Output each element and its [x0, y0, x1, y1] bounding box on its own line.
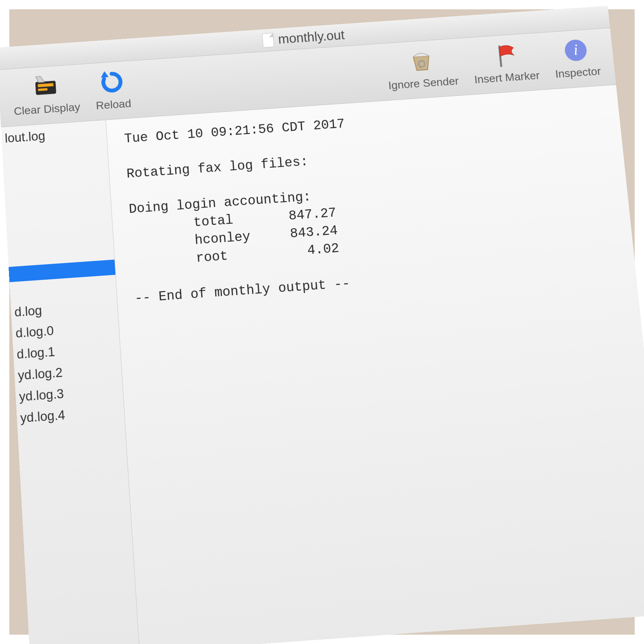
inspector-label: Inspector: [555, 65, 601, 81]
reload-label: Reload: [95, 97, 132, 112]
log-line: Rotating fax log files:: [126, 154, 309, 182]
ignore-sender-label: Ignore Sender: [388, 75, 459, 92]
acct-value: 4.02: [307, 241, 340, 258]
console-window: monthly.out Clear Display: [0, 6, 644, 644]
insert-marker-button[interactable]: Insert Marker: [471, 40, 540, 86]
svg-rect-0: [35, 81, 56, 95]
reload-button[interactable]: Reload: [94, 68, 132, 112]
inspector-button[interactable]: i Inspector: [552, 36, 602, 80]
ignore-sender-button[interactable]: Ignore Sender: [385, 46, 459, 92]
reload-icon: [98, 69, 126, 96]
document-icon: [262, 33, 274, 47]
clear-display-icon: [32, 73, 60, 100]
clear-display-label: Clear Display: [14, 100, 81, 118]
acct-value: 843.24: [289, 223, 338, 241]
log-line: Doing login accounting:: [128, 190, 312, 217]
log-footer: -- End of monthly output --: [134, 276, 351, 306]
svg-marker-4: [100, 71, 108, 78]
svg-marker-3: [36, 76, 45, 83]
acct-value: 847.27: [288, 206, 337, 224]
log-content: Tue Oct 10 09:21:56 CDT 2017 Rotating fa…: [106, 85, 644, 644]
trash-bag-icon: [407, 47, 435, 75]
acct-user: total: [193, 213, 234, 230]
acct-user: hconley: [194, 229, 251, 248]
insert-marker-label: Insert Marker: [474, 69, 540, 86]
window-title: monthly.out: [278, 28, 345, 47]
flag-icon: [491, 42, 519, 69]
log-timestamp: Tue Oct 10 09:21:56 CDT 2017: [124, 117, 345, 146]
acct-user: root: [196, 249, 229, 266]
info-icon: i: [562, 37, 590, 64]
clear-display-button[interactable]: Clear Display: [12, 72, 81, 117]
